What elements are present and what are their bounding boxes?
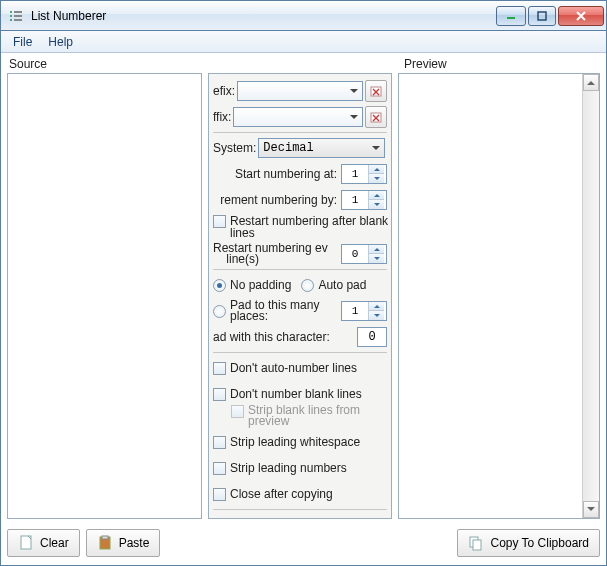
maximize-button[interactable]: [528, 6, 556, 26]
spin-up-icon[interactable]: [369, 191, 384, 200]
pad-none-radio[interactable]: [213, 279, 226, 292]
dont-autonum-checkbox[interactable]: [213, 362, 226, 375]
suffix-combo[interactable]: [233, 107, 363, 127]
svg-rect-7: [538, 12, 546, 20]
page-icon: [18, 535, 34, 551]
restart-blank-label: Restart numbering after blanklines: [230, 215, 388, 239]
dont-blank-label: Don't number blank lines: [230, 387, 362, 401]
prefix-combo[interactable]: [237, 81, 363, 101]
system-label: System:: [213, 141, 256, 155]
strip-blank-checkbox[interactable]: [231, 405, 244, 418]
window-title: List Numberer: [31, 9, 496, 23]
source-label: Source: [9, 57, 204, 71]
pad-many-spinner[interactable]: [341, 301, 387, 321]
panel-labels: Source Preview: [1, 53, 606, 73]
svg-rect-6: [507, 17, 515, 19]
svg-rect-0: [10, 11, 12, 13]
start-spinner[interactable]: [341, 164, 387, 184]
svg-rect-5: [14, 19, 22, 21]
close-button[interactable]: [558, 6, 604, 26]
source-textarea[interactable]: [7, 73, 202, 519]
scroll-up-icon[interactable]: [583, 74, 599, 91]
prefix-clear-button[interactable]: [365, 80, 387, 102]
suffix-label: ffix:: [213, 110, 231, 124]
pad-auto-label: Auto pad: [318, 278, 366, 292]
close-copy-checkbox[interactable]: [213, 488, 226, 501]
bottom-bar: Clear Paste Copy To Clipboard: [1, 525, 606, 561]
pad-many-radio[interactable]: [213, 305, 226, 318]
copy-icon: [468, 535, 484, 551]
spin-down-icon[interactable]: [369, 254, 384, 263]
paste-label: Paste: [119, 536, 150, 550]
spin-up-icon[interactable]: [369, 245, 384, 254]
paste-button[interactable]: Paste: [86, 529, 161, 557]
spin-down-icon[interactable]: [369, 311, 384, 320]
close-copy-label: Close after copying: [230, 487, 333, 501]
clear-label: Clear: [40, 536, 69, 550]
restart-blank-checkbox[interactable]: [213, 215, 226, 228]
svg-rect-4: [10, 19, 12, 21]
spin-down-icon[interactable]: [369, 200, 384, 209]
svg-rect-14: [473, 540, 481, 550]
preview-textarea[interactable]: [398, 73, 600, 519]
pad-char-input[interactable]: [357, 327, 387, 347]
strip-num-label: Strip leading numbers: [230, 461, 347, 475]
start-label: Start numbering at:: [213, 167, 341, 181]
preview-scrollbar[interactable]: [582, 74, 599, 518]
increment-spinner[interactable]: [341, 190, 387, 210]
pad-many-input[interactable]: [342, 305, 368, 317]
suffix-clear-button[interactable]: [365, 106, 387, 128]
clear-button[interactable]: Clear: [7, 529, 80, 557]
menu-bar: File Help: [1, 31, 606, 53]
restart-every-spinner[interactable]: [341, 244, 387, 264]
svg-rect-12: [102, 536, 108, 539]
pad-char-label: ad with this character:: [213, 330, 357, 344]
strip-blank-label: Strip blank lines frompreview: [248, 405, 360, 427]
minimize-button[interactable]: [496, 6, 526, 26]
increment-label: rement numbering by:: [213, 193, 341, 207]
copy-label: Copy To Clipboard: [490, 536, 589, 550]
scroll-down-icon[interactable]: [583, 501, 599, 518]
spin-up-icon[interactable]: [369, 165, 384, 174]
strip-ws-checkbox[interactable]: [213, 436, 226, 449]
main-area: efix: ffix: System: Decimal Start number…: [1, 73, 606, 525]
app-icon: [9, 8, 25, 24]
dont-autonum-label: Don't auto-number lines: [230, 361, 357, 375]
clipboard-icon: [97, 535, 113, 551]
pad-many-label: Pad to this manyplaces:: [230, 300, 341, 322]
restart-every-label: Restart numbering ev line(s): [213, 243, 341, 265]
prefix-label: efix:: [213, 84, 235, 98]
window-controls: [496, 6, 604, 26]
menu-file[interactable]: File: [5, 33, 40, 51]
increment-input[interactable]: [342, 194, 368, 206]
dont-blank-checkbox[interactable]: [213, 388, 226, 401]
svg-rect-2: [10, 15, 12, 17]
pad-none-label: No padding: [230, 278, 291, 292]
preview-label: Preview: [404, 57, 447, 71]
spin-down-icon[interactable]: [369, 174, 384, 183]
pad-auto-radio[interactable]: [301, 279, 314, 292]
svg-rect-1: [14, 11, 22, 13]
titlebar: List Numberer: [1, 1, 606, 31]
system-combo[interactable]: Decimal: [258, 138, 385, 158]
copy-button[interactable]: Copy To Clipboard: [457, 529, 600, 557]
restart-every-input[interactable]: [342, 248, 368, 260]
strip-ws-label: Strip leading whitespace: [230, 435, 360, 449]
options-panel: efix: ffix: System: Decimal Start number…: [208, 73, 392, 519]
strip-num-checkbox[interactable]: [213, 462, 226, 475]
spin-up-icon[interactable]: [369, 302, 384, 311]
start-input[interactable]: [342, 168, 368, 180]
menu-help[interactable]: Help: [40, 33, 81, 51]
svg-rect-3: [14, 15, 22, 17]
